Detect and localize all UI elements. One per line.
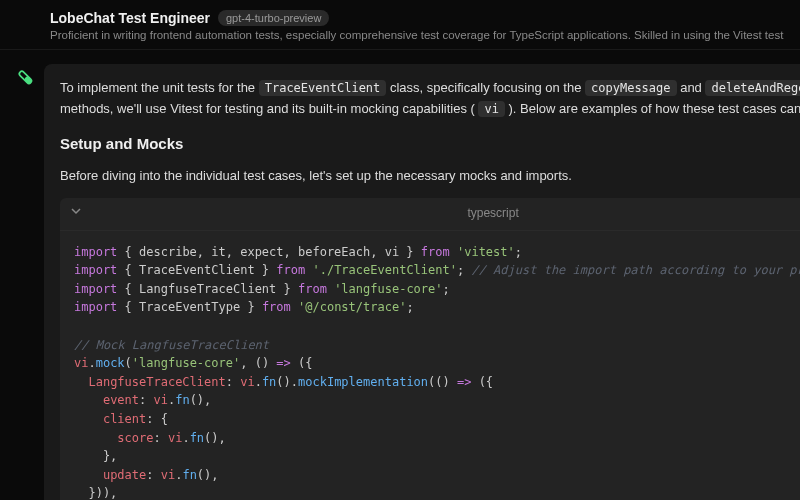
heading-setup: Setup and Mocks [60,132,800,156]
text: To implement the unit tests for the [60,80,259,95]
code-inline: TraceEventClient [259,80,387,96]
assistant-avatar [16,64,44,500]
text: and [680,80,705,95]
assistant-message: To implement the unit tests for the Trac… [44,64,800,500]
code-language: typescript [90,204,800,223]
assistant-name: LobeChat Test Engineer [50,10,210,26]
code-header: typescript [60,198,800,230]
code-block: typescript import { describe, it, expect… [60,198,800,500]
chevron-down-icon[interactable] [70,204,90,223]
text: class, specifically focusing on the [390,80,585,95]
text: ). Below are examples of how these test … [509,101,800,116]
assistant-description: Proficient in writing frontend automatio… [50,29,784,41]
test-tube-icon [12,64,40,92]
message-row: To implement the unit tests for the Trac… [0,50,800,500]
text: methods, we'll use Vitest for testing an… [60,101,475,116]
model-badge[interactable]: gpt-4-turbo-preview [218,10,329,26]
code-inline: copyMessage [585,80,676,96]
code-inline: vi [478,101,504,117]
chat-header: LobeChat Test Engineer gpt-4-turbo-previ… [0,0,800,50]
code-content: import { describe, it, expect, beforeEac… [60,231,800,500]
code-inline: deleteAndRegenerateMessage [705,80,800,96]
setup-paragraph: Before diving into the individual test c… [60,166,800,187]
intro-paragraph: To implement the unit tests for the Trac… [60,78,800,120]
